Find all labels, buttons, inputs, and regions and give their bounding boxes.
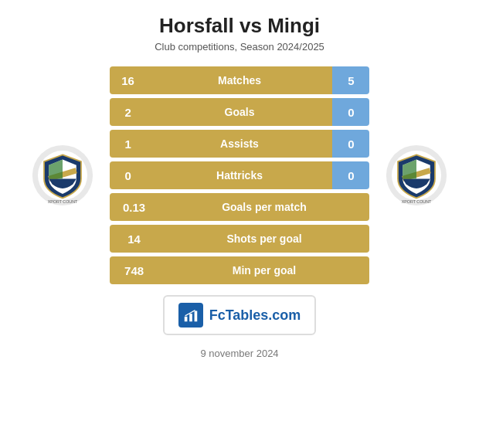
stat-row-shots-per-goal: 14 Shots per goal (110, 225, 370, 253)
stat-row-goals-per-match: 0.13 Goals per match (110, 193, 370, 221)
svg-rect-8 (194, 311, 197, 322)
footer-date: 9 november 2024 (200, 348, 278, 359)
goals-right-value: 0 (332, 98, 369, 126)
stat-row-matches: 16 Matches 5 (110, 66, 370, 94)
assists-right-value: 0 (332, 130, 369, 158)
goals-label: Goals (147, 98, 333, 126)
stat-row-goals: 2 Goals 0 (110, 98, 370, 126)
min-per-goal-label: Min per goal (159, 256, 370, 284)
svg-text:XPORT COUNT: XPORT COUNT (402, 199, 432, 204)
svg-rect-7 (189, 314, 192, 321)
shots-per-goal-label: Shots per goal (159, 225, 370, 253)
goals-per-match-label: Goals per match (159, 193, 370, 221)
assists-left-value: 1 (110, 130, 147, 158)
stat-row-assists: 1 Assists 0 (110, 130, 370, 158)
hattricks-label: Hattricks (147, 161, 333, 189)
stat-row-hattricks: 0 Hattricks 0 (110, 161, 370, 189)
hattricks-right-value: 0 (332, 161, 369, 189)
fctables-text: FcTables.com (209, 307, 301, 324)
shots-per-goal-value: 14 (110, 225, 159, 253)
svg-text:XPORT COUNT: XPORT COUNT (48, 199, 78, 204)
match-subtitle: Club competitions, Season 2024/2025 (155, 41, 324, 53)
svg-rect-6 (184, 317, 187, 321)
assists-label: Assists (147, 130, 333, 158)
goals-left-value: 2 (110, 98, 147, 126)
page-container: Horsfall vs Mingi Club competitions, Sea… (0, 0, 479, 448)
matches-label: Matches (147, 66, 333, 94)
stats-container: 16 Matches 5 2 Goals 0 1 Assists 0 0 Hat… (110, 66, 370, 284)
fctables-icon (178, 303, 203, 328)
right-team-badge: XPORT COUNT (369, 137, 464, 214)
fctables-badge: FcTables.com (163, 295, 317, 335)
matches-left-value: 16 (110, 66, 147, 94)
matches-right-value: 5 (332, 66, 369, 94)
min-per-goal-value: 748 (110, 256, 159, 284)
hattricks-left-value: 0 (110, 161, 147, 189)
goals-per-match-value: 0.13 (110, 193, 159, 221)
left-team-badge: XPORT COUNT (15, 137, 110, 214)
match-title: Horsfall vs Mingi (159, 14, 320, 38)
stat-row-min-per-goal: 748 Min per goal (110, 256, 370, 284)
